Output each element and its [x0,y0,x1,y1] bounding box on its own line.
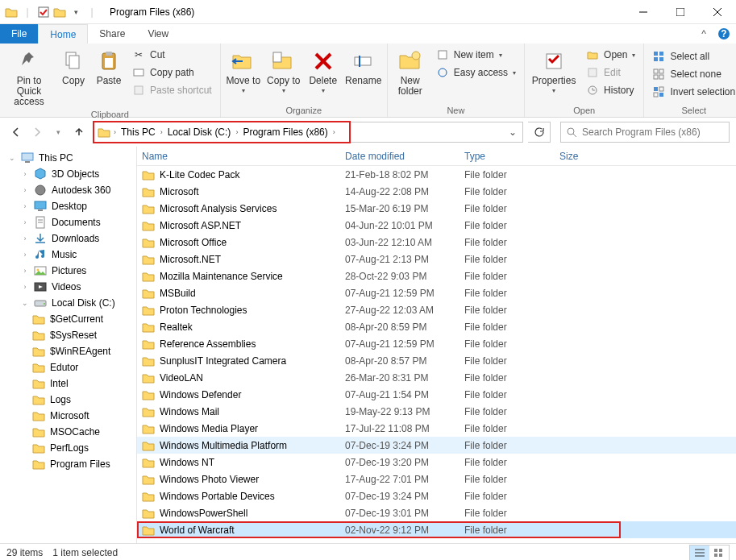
expand-icon[interactable]: › [21,234,29,243]
address-bar[interactable]: › This PC › Local Disk (C:) › Program Fi… [94,122,523,143]
column-name[interactable]: Name [137,151,345,162]
select-none-button[interactable]: Select none [647,66,736,82]
nav-this-pc[interactable]: ⌄ This PC [5,150,136,166]
expand-icon[interactable]: › [21,202,29,210]
copy-path-button[interactable]: Copy path [127,64,217,81]
back-button[interactable] [6,122,26,142]
nav-item[interactable]: Edutor [5,359,136,375]
column-type[interactable]: Type [464,151,559,162]
easy-access-button[interactable]: Easy access ▾ [431,64,521,81]
nav-item[interactable]: ›Documents [5,214,136,230]
history-button[interactable]: History [581,82,640,98]
chevron-right-icon[interactable]: › [112,128,118,136]
expand-icon[interactable]: › [21,267,29,275]
chevron-right-icon[interactable]: › [159,128,164,136]
column-size[interactable]: Size [559,151,624,162]
tab-view[interactable]: View [136,24,180,44]
close-button[interactable] [699,0,736,24]
expand-icon[interactable]: ⌄ [8,154,16,162]
table-row[interactable]: Microsoft Analysis Services15-Mar-20 6:1… [137,200,736,217]
checkbox-icon[interactable] [37,6,50,19]
table-row[interactable]: Windows Mail19-May-22 9:13 PMFile folder [137,403,736,420]
move-to-button[interactable]: Move to▾ [224,45,263,95]
table-row[interactable]: Microsoft.NET07-Aug-21 2:13 PMFile folde… [137,251,736,268]
table-row[interactable]: Reference Assemblies07-Aug-21 12:59 PMFi… [137,335,736,352]
expand-icon[interactable]: ⌄ [21,299,29,307]
address-dropdown-icon[interactable]: ⌄ [505,127,521,138]
nav-item[interactable]: ›Pictures [5,263,136,279]
table-row[interactable]: Mozilla Maintenance Service28-Oct-22 9:0… [137,268,736,284]
chevron-right-icon[interactable]: › [331,128,337,136]
paste-shortcut-button[interactable]: Paste shortcut [127,82,217,98]
table-row[interactable]: Windows Media Player17-Jul-22 11:08 PMFi… [137,420,736,437]
help-icon[interactable]: ? [712,24,736,44]
nav-item[interactable]: $SysReset [5,327,136,343]
nav-item[interactable]: Program Files [5,456,136,472]
qat-dropdown-icon[interactable]: ▾ [69,6,82,19]
table-row[interactable]: K-Lite Codec Pack21-Feb-18 8:02 PMFile f… [137,166,736,183]
recent-dropdown-icon[interactable]: ▾ [48,122,68,142]
copy-button[interactable]: Copy [56,45,90,86]
nav-item[interactable]: ›Desktop [5,198,136,214]
invert-selection-button[interactable]: Invert selection [647,84,736,100]
expand-icon[interactable]: › [21,283,29,291]
breadcrumb-this-pc[interactable]: This PC [118,127,159,138]
chevron-right-icon[interactable]: › [234,128,239,136]
nav-item[interactable]: PerfLogs [5,440,136,456]
tab-home[interactable]: Home [38,24,88,44]
nav-item[interactable]: Logs [5,392,136,408]
table-row[interactable]: Windows Photo Viewer17-Aug-22 7:01 PMFil… [137,471,736,487]
column-date[interactable]: Date modified [345,151,464,162]
breadcrumb-folder[interactable]: Program Files (x86) [239,127,331,138]
open-button[interactable]: Open ▾ [581,47,640,63]
properties-button[interactable]: Properties▾ [528,45,580,95]
table-row[interactable]: MSBuild07-Aug-21 12:59 PMFile folder [137,284,736,301]
select-all-button[interactable]: Select all [647,48,736,64]
table-row[interactable]: Microsoft ASP.NET04-Jun-22 10:01 PMFile … [137,217,736,234]
nav-item[interactable]: MSOCache [5,424,136,440]
delete-button[interactable]: Delete▾ [305,45,342,95]
table-row[interactable]: World of Warcraft02-Nov-22 9:12 PMFile f… [137,521,736,538]
navigation-pane[interactable]: ⌄ This PC ›3D Objects›Autodesk 360›Deskt… [0,147,137,543]
ribbon-collapse-icon[interactable]: ^ [696,24,712,44]
pin-to-quick-access-button[interactable]: Pin to Quick access [3,45,55,108]
up-button[interactable] [69,122,89,142]
table-row[interactable]: VideoLAN26-Mar-20 8:31 PMFile folder [137,369,736,386]
nav-item[interactable]: Intel [5,375,136,392]
table-row[interactable]: WindowsPowerShell07-Dec-19 3:01 PMFile f… [137,504,736,521]
expand-icon[interactable]: › [21,186,29,194]
refresh-button[interactable] [528,122,551,143]
nav-item[interactable]: $WinREAgent [5,343,136,359]
table-row[interactable]: Realtek08-Apr-20 8:59 PMFile folder [137,318,736,335]
nav-item[interactable]: ›Downloads [5,230,136,247]
cut-button[interactable]: ✂Cut [127,47,217,63]
breadcrumb-drive[interactable]: Local Disk (C:) [164,127,235,138]
table-row[interactable]: Windows Defender07-Aug-21 1:54 PMFile fo… [137,386,736,403]
new-item-button[interactable]: New item ▾ [431,47,521,63]
minimize-button[interactable] [625,0,662,24]
table-row[interactable]: SunplusIT Integrated Camera08-Apr-20 8:5… [137,352,736,369]
nav-item[interactable]: ›Videos [5,279,136,295]
forward-button[interactable] [27,122,47,142]
nav-item[interactable]: ⌄Local Disk (C:) [5,295,136,311]
expand-icon[interactable]: › [21,251,29,259]
table-row[interactable]: Microsoft Office03-Jun-22 12:10 AMFile f… [137,234,736,251]
thumbnails-view-button[interactable] [709,545,729,560]
table-row[interactable]: Windows Multimedia Platform07-Dec-19 3:2… [137,437,736,454]
table-row[interactable]: Proton Technologies27-Aug-22 12:03 AMFil… [137,301,736,318]
maximize-button[interactable] [662,0,699,24]
nav-item[interactable]: ›3D Objects [5,166,136,182]
nav-item[interactable]: $GetCurrent [5,311,136,327]
new-folder-button[interactable]: New folder [391,45,430,97]
table-row[interactable]: Microsoft14-Aug-22 2:08 PMFile folder [137,183,736,200]
nav-item[interactable]: ›Music [5,247,136,263]
details-view-button[interactable] [690,545,709,560]
search-input[interactable]: Search Program Files (x86) [560,122,730,143]
expand-icon[interactable]: › [21,218,29,226]
table-row[interactable]: Windows Portable Devices07-Dec-19 3:24 P… [137,487,736,504]
tab-file[interactable]: File [0,24,38,44]
nav-item[interactable]: ›Autodesk 360 [5,182,136,198]
tab-share[interactable]: Share [88,24,136,44]
paste-button[interactable]: Paste [92,45,126,86]
table-row[interactable]: Windows NT07-Dec-19 3:20 PMFile folder [137,454,736,471]
